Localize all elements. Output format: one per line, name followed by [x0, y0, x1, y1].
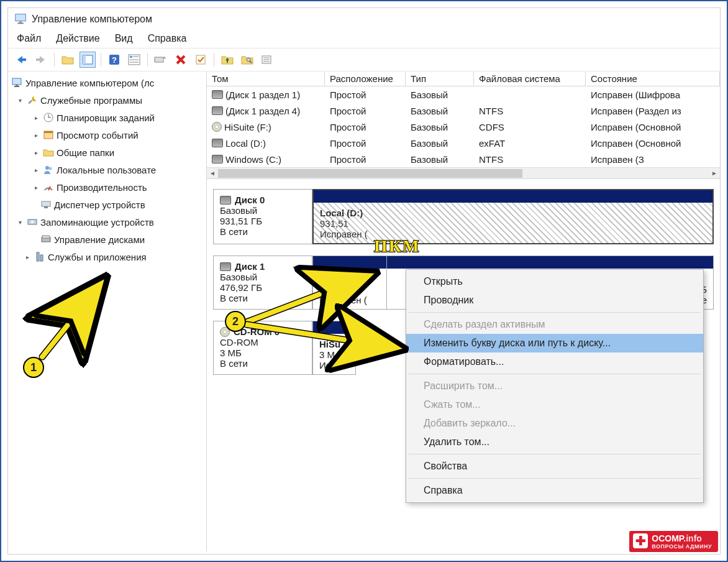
- tree-device-manager[interactable]: Диспетчер устройств: [8, 196, 206, 213]
- svg-rect-25: [28, 99, 32, 104]
- col-type[interactable]: Тип: [406, 71, 474, 86]
- disk-icon: [220, 262, 231, 271]
- scroll-left-icon[interactable]: ◄: [207, 168, 218, 178]
- disk0-info[interactable]: Диск 0 Базовый 931,51 ГБ В сети: [213, 189, 312, 244]
- tree-services-group[interactable]: ▸ Службы и приложения: [8, 248, 206, 265]
- menu-item[interactable]: Справка: [406, 481, 703, 500]
- disk-type: Базовый: [220, 272, 306, 282]
- cell-state: Исправен (Основной: [586, 121, 720, 134]
- tb-list-icon[interactable]: [126, 52, 142, 68]
- tb-panel-icon[interactable]: [80, 52, 96, 68]
- users-icon: [43, 164, 54, 175]
- watermark-tld: .info: [683, 533, 702, 543]
- svg-text:?: ?: [112, 55, 117, 65]
- col-volume[interactable]: Том: [207, 71, 325, 86]
- tree-item-label: Общие папки: [57, 147, 114, 158]
- tree-root[interactable]: Управление компьютером (лс: [8, 74, 206, 91]
- cell-volume: Local (D:): [225, 138, 266, 149]
- disk-icon: [212, 155, 223, 164]
- tree-item-label: Просмотр событий: [57, 130, 139, 140]
- svg-rect-30: [44, 131, 53, 133]
- menu-item: Сделать раздел активным: [406, 315, 703, 334]
- menu-help[interactable]: Справка: [148, 33, 187, 44]
- performance-icon: [43, 182, 54, 193]
- cell-layout: Простой: [325, 121, 406, 134]
- cdrom-partition[interactable]: HiSu 3 М Исп: [312, 321, 356, 375]
- tb-delete-icon[interactable]: [173, 52, 189, 68]
- title-text: Управление компьютером: [32, 14, 152, 25]
- disk0-partition-local-d[interactable]: Local (D:) 931,51 Исправен (: [312, 189, 714, 244]
- cell-volume: Windows (C:): [225, 154, 281, 165]
- tree-item-label: Производительность: [57, 182, 147, 193]
- menu-item[interactable]: Форматировать...: [406, 352, 703, 371]
- storage-icon: [27, 216, 38, 228]
- partition-state: Исправен (: [320, 229, 706, 239]
- app-window: Управление компьютером Файл Действие Вид…: [7, 7, 721, 555]
- horizontal-scrollbar[interactable]: ◄ ►: [207, 167, 720, 178]
- menu-separator: [409, 312, 701, 313]
- menu-action[interactable]: Действие: [56, 33, 99, 44]
- svg-point-32: [49, 167, 52, 170]
- menu-item: Добавить зеркало...: [406, 414, 703, 433]
- svg-rect-14: [155, 57, 163, 62]
- tb-check-icon[interactable]: [193, 52, 209, 68]
- col-fs[interactable]: Файловая система: [474, 71, 586, 86]
- cell-fs: exFAT: [474, 137, 586, 150]
- cell-volume: (Диск 1 раздел 4): [225, 106, 300, 116]
- tree-task-scheduler[interactable]: ▸ Планировщик заданий: [8, 109, 206, 126]
- scroll-right-icon[interactable]: ►: [709, 168, 720, 178]
- cdrom-info[interactable]: CD-ROM 0 CD-ROM 3 МБ В сети: [213, 321, 312, 375]
- tree-item-label: Диспетчер устройств: [54, 200, 145, 210]
- tree-event-viewer[interactable]: ▸ Просмотр событий: [8, 126, 206, 144]
- tb-view-icon[interactable]: [259, 52, 275, 68]
- disk-icon: [212, 139, 223, 147]
- menu-item[interactable]: Проводник: [406, 291, 703, 310]
- disk1-partition-1[interactable]: 1,15 ГБ Исправен (: [312, 256, 387, 310]
- forward-button[interactable]: [33, 52, 49, 68]
- menu-item[interactable]: Изменить букву диска или путь к диску...: [406, 334, 703, 352]
- tree-performance[interactable]: ▸ Производительность: [8, 178, 206, 196]
- caret-down-icon: ▾: [16, 97, 24, 104]
- menu-item[interactable]: Удалить том...: [406, 433, 703, 451]
- menu-file[interactable]: Файл: [17, 33, 41, 44]
- menubar: Файл Действие Вид Справка: [8, 30, 720, 48]
- tree-tools-group[interactable]: ▾ Служебные программы: [8, 91, 206, 109]
- tb-search-icon[interactable]: [239, 52, 255, 68]
- back-button[interactable]: [13, 52, 29, 68]
- device-manager-icon: [40, 199, 52, 210]
- table-row[interactable]: Local (D:)ПростойБазовыйexFATИсправен (О…: [207, 135, 720, 151]
- tree-storage-group[interactable]: ▾ Запоминающие устройств: [8, 213, 206, 231]
- disk-status: В сети: [220, 226, 306, 237]
- watermark-brand: OCOMP: [652, 533, 683, 543]
- menu-item: Сжать том...: [406, 395, 703, 414]
- table-row[interactable]: (Диск 1 раздел 4)ПростойБазовыйNTFSИспра…: [207, 103, 720, 119]
- svg-rect-3: [21, 58, 26, 61]
- tree-disk-management[interactable]: Управление дисками: [8, 231, 206, 248]
- tb-folder-icon[interactable]: [60, 52, 76, 68]
- table-row[interactable]: (Диск 1 раздел 1)ПростойБазовыйИсправен …: [207, 86, 720, 103]
- tree-shared-folders[interactable]: ▸ Общие папки: [8, 144, 206, 161]
- tree-local-users[interactable]: ▸ Локальные пользовате: [8, 161, 206, 178]
- svg-rect-40: [37, 252, 39, 261]
- col-state[interactable]: Состояние: [586, 71, 720, 86]
- menu-view[interactable]: Вид: [115, 33, 133, 44]
- disk-icon: [212, 90, 223, 99]
- app-icon: [14, 12, 28, 26]
- svg-rect-22: [12, 78, 21, 85]
- menu-item[interactable]: Свойства: [406, 457, 703, 476]
- tb-refresh-icon[interactable]: [153, 52, 169, 68]
- menu-item[interactable]: Открыть: [406, 272, 703, 291]
- cd-icon: [212, 122, 222, 132]
- tree-disk-mgmt-label: Управление дисками: [54, 234, 145, 245]
- table-row[interactable]: HiSuite (F:)ПростойБазовыйCDFSИсправен (…: [207, 119, 720, 135]
- tb-help-icon[interactable]: ?: [106, 52, 122, 68]
- cell-layout: Простой: [325, 104, 406, 117]
- table-row[interactable]: Windows (C:)ПростойБазовыйNTFSИсправен (…: [207, 151, 720, 167]
- svg-rect-35: [44, 206, 48, 208]
- tree-pane: Управление компьютером (лс ▾ Служебные п…: [8, 71, 207, 551]
- col-layout[interactable]: Расположение: [325, 71, 406, 86]
- tb-folder2-icon[interactable]: [219, 52, 235, 68]
- svg-rect-24: [14, 86, 19, 87]
- partition-state: Исп: [319, 360, 349, 371]
- disk1-info[interactable]: Диск 1 Базовый 476,92 ГБ В сети: [213, 256, 312, 310]
